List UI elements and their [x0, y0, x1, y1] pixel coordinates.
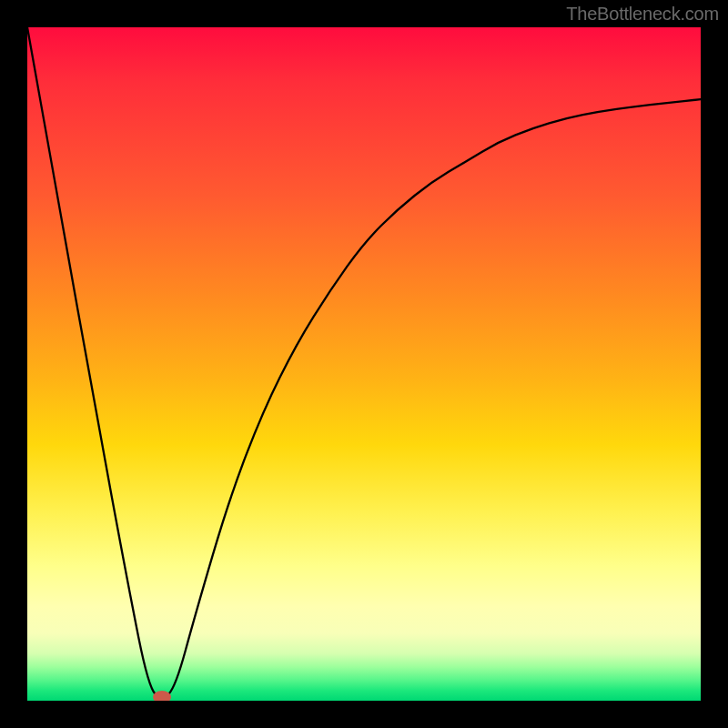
plot-area: [27, 27, 701, 701]
watermark-text: TheBottleneck.com: [566, 4, 719, 25]
chart-frame: TheBottleneck.com: [0, 0, 728, 728]
curve-layer: [27, 27, 701, 701]
minimum-marker: [153, 691, 171, 701]
bottleneck-curve: [27, 27, 701, 697]
